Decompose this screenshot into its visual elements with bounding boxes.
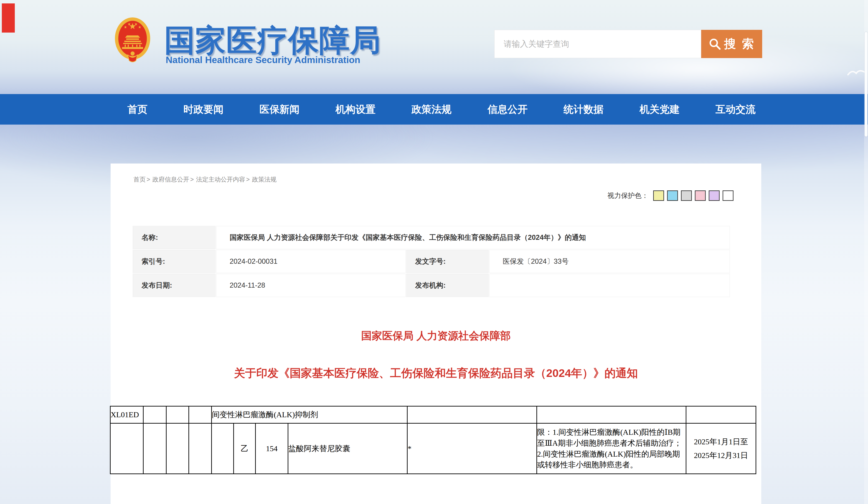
- empty-cell: [189, 406, 211, 423]
- nav-item-info-disclosure[interactable]: 信息公开: [487, 103, 528, 116]
- empty-cell: [110, 423, 143, 474]
- nav-item-statistics[interactable]: 统计数据: [564, 103, 603, 116]
- atc-code-cell: XL01ED: [110, 406, 143, 423]
- eye-color-purple[interactable]: [709, 190, 720, 201]
- meta-docno-label: 发文字号:: [406, 250, 489, 273]
- breadcrumb-gov-info[interactable]: 政府信息公开: [153, 176, 189, 183]
- drug-name-cell: 盐酸阿来替尼胶囊: [288, 423, 407, 474]
- nav-item-organization[interactable]: 机构设置: [335, 103, 375, 116]
- drug-catalog-table: XL01ED 间变性淋巴瘤激酶(ALK)抑制剂 乙 154 盐酸阿来替尼胶囊 *: [110, 406, 756, 474]
- pay-class-cell: 乙: [234, 423, 256, 474]
- breadcrumb-statutory-disclosure[interactable]: 法定主动公开内容: [196, 176, 245, 183]
- empty-cell: [686, 406, 756, 423]
- scrollbar-thumb[interactable]: [865, 32, 868, 137]
- national-emblem-icon: [114, 17, 151, 66]
- search-button-label: 搜 索: [724, 36, 755, 52]
- nav-item-policies[interactable]: 政策法规: [412, 103, 452, 116]
- empty-cell: [143, 423, 166, 474]
- meta-name-value: 国家医保局 人力资源社会保障部关于印发《国家基本医疗保险、工伤保险和生育保险药品…: [216, 226, 730, 249]
- document-meta-table: 名称: 国家医保局 人力资源社会保障部关于印发《国家基本医疗保险、工伤保险和生育…: [133, 226, 731, 297]
- mark-cell: *: [407, 423, 537, 474]
- meta-index-value: 2024-02-00031: [216, 250, 405, 273]
- magnifier-icon: [708, 37, 721, 51]
- eye-color-yellow[interactable]: [653, 190, 664, 201]
- meta-name-label: 名称:: [133, 226, 216, 249]
- page: 国家医疗保障局 National Healthcare Security Adm…: [0, 0, 868, 504]
- nav-item-medical-news[interactable]: 医保新闻: [259, 103, 300, 116]
- nav-item-politics-news[interactable]: 时政要闻: [184, 103, 224, 116]
- empty-cell: [166, 423, 189, 474]
- breadcrumb-separator: >: [147, 176, 150, 183]
- table-row-drug: 乙 154 盐酸阿来替尼胶囊 * 限：1.间变性淋巴瘤激酶(ALK)阳性的ⅠB期…: [110, 423, 756, 474]
- table-row-category: XL01ED 间变性淋巴瘤激酶(ALK)抑制剂: [110, 406, 756, 423]
- empty-cell: [537, 406, 686, 423]
- search-input[interactable]: [494, 30, 701, 58]
- empty-cell: [166, 406, 189, 423]
- meta-docno-value: 医保发〔2024〕33号: [489, 250, 730, 273]
- nav-item-interaction[interactable]: 互动交流: [715, 103, 756, 116]
- empty-cell: [143, 406, 166, 423]
- meta-index-label: 索引号:: [133, 250, 216, 273]
- eye-color-white[interactable]: [723, 190, 734, 201]
- seagull-icon: [847, 68, 866, 78]
- nav-item-party-building[interactable]: 机关党建: [640, 103, 680, 116]
- content-panel: 首页>政府信息公开>法定主动公开内容>政策法规 视力保护色： 名称: 国家医保局…: [111, 163, 761, 504]
- eye-protection-control: 视力保护色：: [607, 190, 734, 201]
- breadcrumb-separator: >: [246, 176, 250, 183]
- eye-protection-label: 视力保护色：: [607, 191, 648, 200]
- breadcrumb-separator: >: [190, 176, 194, 183]
- meta-pubdate-label: 发布日期:: [133, 274, 216, 297]
- empty-cell: [211, 423, 234, 474]
- article-title-line1: 国家医保局 人力资源社会保障部: [111, 329, 761, 343]
- meta-pubdate-value: 2024-11-28: [216, 274, 405, 297]
- red-marker: [2, 3, 15, 32]
- breadcrumb-policies[interactable]: 政策法规: [252, 176, 277, 183]
- site-subtitle: National Healthcare Security Administrat…: [166, 55, 360, 65]
- meta-puborg-value: [489, 274, 730, 297]
- meta-puborg-label: 发布机构:: [406, 274, 489, 297]
- valid-period-cell: 2025年1月1日至2025年12月31日: [686, 423, 756, 474]
- serial-no-cell: 154: [256, 423, 288, 474]
- search-button[interactable]: 搜 索: [701, 30, 762, 58]
- eye-color-pink[interactable]: [695, 190, 706, 201]
- main-nav: 首页 时政要闻 医保新闻 机构设置 政策法规 信息公开 统计数据 机关党建 互动…: [0, 94, 868, 124]
- breadcrumb: 首页>政府信息公开>法定主动公开内容>政策法规: [133, 175, 277, 183]
- nav-item-home[interactable]: 首页: [127, 103, 147, 116]
- eye-color-gray[interactable]: [681, 190, 692, 201]
- limit-note-cell: 限：1.间变性淋巴瘤激酶(ALK)阳性的ⅠB期至ⅢA期非小细胞肺癌患者术后辅助治…: [537, 423, 686, 474]
- empty-cell: [189, 423, 211, 474]
- breadcrumb-home[interactable]: 首页: [133, 176, 146, 183]
- article-title-line2: 关于印发《国家基本医疗保险、工伤保险和生育保险药品目录（2024年）》的通知: [111, 366, 761, 381]
- empty-cell: [407, 406, 537, 423]
- eye-color-blue[interactable]: [667, 190, 678, 201]
- drug-category-cell: 间变性淋巴瘤激酶(ALK)抑制剂: [211, 406, 407, 423]
